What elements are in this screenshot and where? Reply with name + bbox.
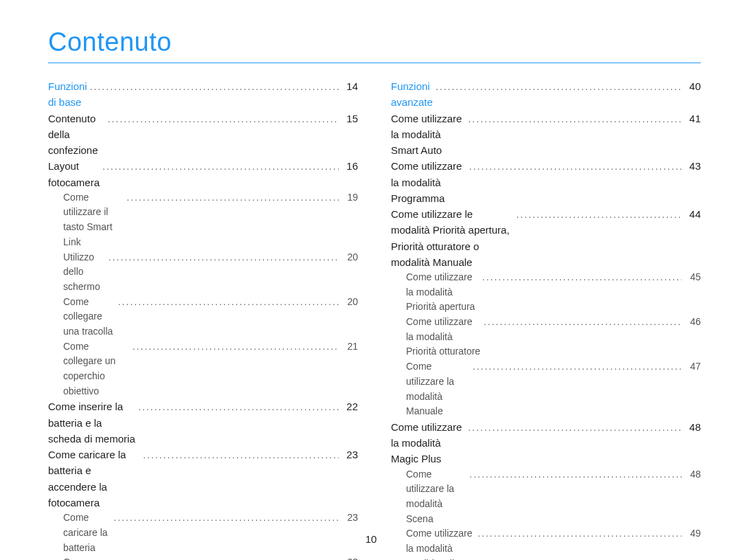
toc-leader-dots xyxy=(466,159,682,175)
toc-leader-dots xyxy=(135,400,339,415)
toc-entry[interactable]: Come utilizzare la modalità Manuale47 xyxy=(391,359,701,419)
toc-entry-label: Contenuto della confezione xyxy=(48,111,105,159)
toc-entry[interactable]: Come utilizzare le modalità Priorità ape… xyxy=(391,206,701,270)
toc-right-entries: Come utilizzare la modalità Smart Auto41… xyxy=(391,111,701,561)
toc-entry[interactable]: Come utilizzare il tasto Smart Link19 xyxy=(48,190,358,250)
toc-leader-dots xyxy=(105,112,339,127)
toc-leader-dots xyxy=(513,208,682,223)
toc-left-entries: Contenuto della confezione15Layout fotoc… xyxy=(48,111,358,561)
toc-page-number: 23 xyxy=(339,447,358,462)
toc-page-number: 23 xyxy=(339,511,358,526)
toc-section-label: Funzioni avanzate xyxy=(391,78,433,111)
page-container: Contenuto Funzioni di base 14 Contenuto … xyxy=(0,0,742,560)
toc-entry-label: Come utilizzare la modalità Smart Auto xyxy=(391,111,465,159)
toc-page-number: 47 xyxy=(682,359,701,374)
toc-page-number: 48 xyxy=(682,419,701,435)
toc-page-number: 20 xyxy=(339,250,358,265)
toc-leader-dots xyxy=(140,448,339,463)
toc-right-column: Funzioni avanzate 40 Come utilizzare la … xyxy=(391,78,701,560)
toc-page-number: 20 xyxy=(339,295,358,310)
toc-page-number: 43 xyxy=(682,158,701,174)
toc-entry-label: Come collegare una tracolla xyxy=(63,295,115,339)
toc-page-number: 41 xyxy=(682,111,701,126)
page-title: Contenuto xyxy=(48,27,701,57)
toc-leader-dots xyxy=(124,190,339,205)
toc-page-number: 48 xyxy=(682,467,701,482)
toc-columns: Funzioni di base 14 Contenuto della conf… xyxy=(48,78,701,560)
toc-leader-dots xyxy=(465,421,682,436)
toc-entry-label: Come utilizzare il tasto Smart Link xyxy=(63,190,124,250)
title-rule xyxy=(48,63,701,63)
toc-entry[interactable]: Come utilizzare la modalità Smart Auto41 xyxy=(391,111,701,159)
toc-page-number: 15 xyxy=(339,111,358,126)
toc-entry-label: Layout fotocamera xyxy=(48,158,100,190)
toc-page-number: 23 xyxy=(339,555,358,560)
toc-leader-dots xyxy=(130,339,339,355)
toc-entry-label: Utilizzo dello schermo xyxy=(63,250,106,295)
toc-left-column: Funzioni di base 14 Contenuto della conf… xyxy=(48,78,358,560)
toc-entry[interactable]: Utilizzo dello schermo20 xyxy=(48,250,358,295)
toc-entry[interactable]: Come accendere la fotocamera23 xyxy=(48,555,358,560)
toc-leader-dots xyxy=(111,511,339,526)
toc-section-heading[interactable]: Funzioni di base 14 xyxy=(48,78,358,111)
toc-entry-label: Come collegare un coperchio obiettivo xyxy=(63,339,130,399)
toc-entry-label: Come utilizzare la modalità Scena xyxy=(406,467,466,527)
toc-page-number: 40 xyxy=(682,78,701,94)
toc-page-number: 19 xyxy=(339,190,358,205)
toc-page-number: 14 xyxy=(339,78,358,94)
toc-leader-dots xyxy=(465,112,682,127)
toc-page-number: 45 xyxy=(682,270,701,285)
toc-entry[interactable]: Come inserire la batteria e la scheda di… xyxy=(48,399,358,447)
toc-entry[interactable]: Come caricare la batteria e accendere la… xyxy=(48,447,358,511)
toc-page-number: 16 xyxy=(339,158,358,174)
toc-leader-dots xyxy=(120,555,339,560)
toc-entry-label: Come utilizzare la modalità Manuale xyxy=(406,359,470,419)
toc-page-number: 46 xyxy=(682,315,701,330)
toc-entry[interactable]: Come utilizzare la modalità Scena48 xyxy=(391,467,701,527)
toc-entry[interactable]: Come collegare una tracolla20 xyxy=(48,295,358,339)
toc-leader-dots xyxy=(480,270,682,285)
toc-leader-dots xyxy=(433,80,682,95)
toc-leader-dots xyxy=(87,80,339,95)
toc-entry-label: Come utilizzare le modalità Priorità ape… xyxy=(391,206,513,270)
toc-leader-dots xyxy=(100,159,339,175)
toc-section-label: Funzioni di base xyxy=(48,78,87,111)
toc-entry[interactable]: Contenuto della confezione15 xyxy=(48,111,358,159)
toc-page-number: 44 xyxy=(682,206,701,222)
toc-entry-label: Come utilizzare la modalità Priorità ape… xyxy=(406,270,480,315)
toc-page-number: 21 xyxy=(339,339,358,355)
toc-entry[interactable]: Come utilizzare la modalità Magic Plus48 xyxy=(391,419,701,467)
toc-page-number: 22 xyxy=(339,399,358,414)
toc-entry[interactable]: Come collegare un coperchio obiettivo21 xyxy=(48,339,358,399)
toc-entry-label: Come accendere la fotocamera xyxy=(63,555,120,560)
toc-leader-dots xyxy=(466,467,682,482)
toc-entry-label: Come utilizzare la modalità Priorità ott… xyxy=(406,315,481,359)
toc-section-heading[interactable]: Funzioni avanzate 40 xyxy=(391,78,701,111)
page-number: 10 xyxy=(0,533,742,545)
toc-entry-label: Come inserire la batteria e la scheda di… xyxy=(48,399,135,447)
toc-entry[interactable]: Come utilizzare la modalità Priorità ape… xyxy=(391,270,701,315)
toc-entry[interactable]: Come utilizzare la modalità Programma43 xyxy=(391,158,701,206)
toc-entry-label: Come utilizzare la modalità Magic Plus xyxy=(391,419,465,467)
toc-leader-dots xyxy=(115,295,339,310)
toc-entry[interactable]: Come utilizzare la modalità Priorità ott… xyxy=(391,315,701,359)
toc-leader-dots xyxy=(481,315,682,330)
toc-entry-label: Come utilizzare la modalità Programma xyxy=(391,158,466,206)
toc-leader-dots xyxy=(470,359,682,374)
toc-entry[interactable]: Layout fotocamera16 xyxy=(48,158,358,190)
toc-entry-label: Come caricare la batteria e accendere la… xyxy=(48,447,140,511)
toc-leader-dots xyxy=(106,250,339,265)
